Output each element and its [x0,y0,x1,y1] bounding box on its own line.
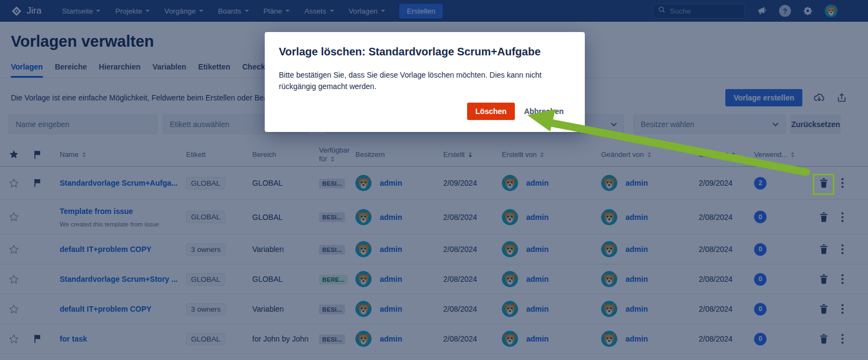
jira-manage-templates-page: Jira Startseite Projekte Vorgänge Boards… [0,0,868,360]
cancel-button[interactable]: Abbrechen [517,103,571,120]
dialog-actions: Löschen Abbrechen [279,103,571,120]
confirm-delete-button[interactable]: Löschen [467,103,515,120]
delete-template-dialog: Vorlage löschen: Standardvorlage Scrum+A… [265,32,585,132]
annotation-highlight-box [813,174,834,195]
dialog-body-text: Bitte bestätigen Sie, dass Sie diese Vor… [279,70,571,92]
dialog-title: Vorlage löschen: Standardvorlage Scrum+A… [279,46,571,58]
